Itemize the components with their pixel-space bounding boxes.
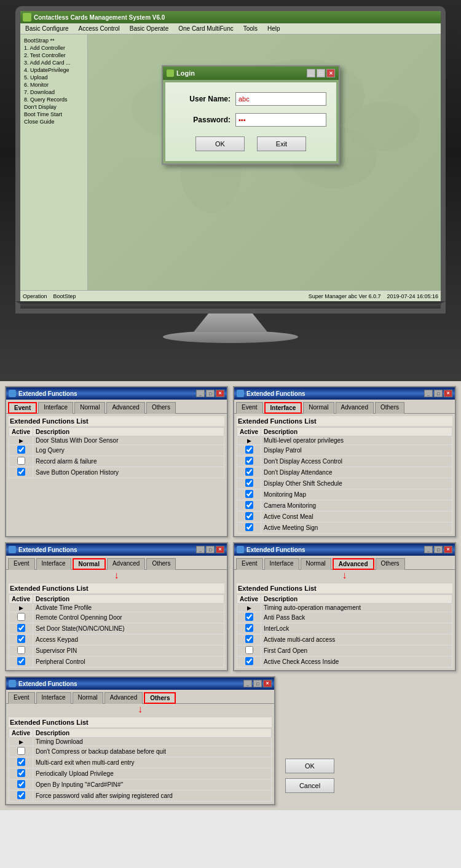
dialog-maximize-btn[interactable]: □ [317, 69, 325, 77]
tab-normal-advanced[interactable]: Advanced [107, 558, 145, 570]
event-row2-check[interactable] [9, 456, 33, 467]
iface-row1-checkbox[interactable] [245, 446, 253, 454]
sidebar-item-2[interactable]: 2. Test Controller [23, 52, 85, 59]
panel-event-close-btn[interactable]: ✕ [216, 390, 224, 397]
tab-interface-advanced[interactable]: Advanced [336, 402, 374, 414]
panel-interface-minimize-btn[interactable]: _ [424, 390, 433, 397]
tab-interface-others[interactable]: Others [375, 402, 404, 414]
sidebar-item-7[interactable]: 7. Download [23, 89, 85, 96]
panel-normal-minimize-btn[interactable]: _ [196, 546, 205, 553]
tab-normal-normal[interactable]: Normal [73, 558, 106, 570]
tab-advanced-interface[interactable]: Interface [264, 558, 299, 570]
ok-button[interactable]: OK [285, 759, 334, 773]
normal-row3-checkbox[interactable] [17, 635, 25, 643]
sidebar-item-4[interactable]: 4. UpdatePrivilege [23, 66, 85, 74]
iface-row8-checkbox[interactable] [245, 523, 253, 531]
panel-interface-maximize-btn[interactable]: □ [434, 390, 443, 397]
tab-others-event[interactable]: Event [8, 692, 35, 704]
others-row4-checkbox[interactable] [17, 780, 25, 788]
tab-interface-event[interactable]: Event [236, 402, 263, 414]
panel-interface-titlebar: Extended Functions _ □ ✕ [234, 387, 455, 400]
cancel-button[interactable]: Cancel [285, 778, 334, 793]
iface-row6-checkbox[interactable] [245, 501, 253, 509]
normal-row1-checkbox[interactable] [17, 613, 25, 621]
tab-event-advanced[interactable]: Advanced [106, 402, 144, 414]
tab-advanced-event[interactable]: Event [236, 558, 263, 570]
panel-others-minimize-btn[interactable]: _ [243, 680, 252, 687]
iface-row5-checkbox[interactable] [245, 490, 253, 498]
event-row1-checkbox[interactable] [17, 446, 25, 454]
panel-normal-close-btn[interactable]: ✕ [216, 546, 224, 553]
adv-row3-desc: Activate multi-card access [261, 634, 452, 645]
tab-event-event[interactable]: Event [8, 402, 37, 414]
login-ok-button[interactable]: OK [195, 136, 245, 151]
panel-event-minimize-btn[interactable]: _ [196, 390, 205, 397]
iface-row3-checkbox[interactable] [245, 468, 253, 476]
sidebar-item-6[interactable]: 6. Monitor [23, 81, 85, 89]
sidebar-item-10[interactable]: Boot Time Start [23, 111, 85, 118]
others-row5-checkbox[interactable] [17, 791, 25, 799]
adv-row3-checkbox[interactable] [245, 635, 253, 643]
others-row2-checkbox[interactable] [17, 758, 25, 766]
normal-row2-checkbox[interactable] [17, 624, 25, 632]
sidebar-item-0[interactable]: BootStrap ** [23, 37, 85, 44]
tab-advanced-normal[interactable]: Normal [301, 558, 331, 570]
tab-interface-normal[interactable]: Normal [303, 402, 334, 414]
tab-event-others[interactable]: Others [146, 402, 176, 414]
menu-tools[interactable]: Tools [241, 24, 260, 33]
tab-event-interface[interactable]: Interface [38, 402, 73, 414]
panel-advanced-minimize-btn[interactable]: _ [424, 546, 433, 553]
tab-others-normal[interactable]: Normal [73, 692, 103, 704]
adv-row1-checkbox[interactable] [245, 613, 253, 621]
event-row3-check[interactable] [9, 467, 33, 478]
dialog-minimize-btn[interactable]: _ [307, 69, 315, 77]
normal-row5-checkbox[interactable] [17, 657, 25, 665]
tab-advanced-others[interactable]: Others [376, 558, 405, 570]
panel-others-close-btn[interactable]: ✕ [263, 680, 272, 687]
tab-advanced-advanced[interactable]: Advanced [333, 558, 374, 570]
login-exit-button[interactable]: Exit [257, 136, 306, 151]
sidebar-item-3[interactable]: 3. Add Add Card ... [23, 59, 85, 66]
panel-interface-close-btn[interactable]: ✕ [444, 390, 452, 397]
adv-row4-checkbox[interactable] [245, 646, 253, 654]
tab-others-others[interactable]: Others [144, 692, 176, 704]
panel-normal-maximize-btn[interactable]: □ [206, 546, 215, 553]
menu-access-control[interactable]: Access Control [76, 24, 122, 33]
panel-others-maximize-btn[interactable]: □ [253, 680, 262, 687]
event-row2-checkbox[interactable] [17, 457, 25, 465]
sidebar-item-11[interactable]: Close Guide [23, 118, 85, 125]
dialog-close-btn[interactable]: ✕ [326, 69, 335, 77]
tab-event-normal[interactable]: Normal [74, 402, 105, 414]
password-input[interactable] [235, 113, 326, 127]
tab-normal-others[interactable]: Others [146, 558, 176, 570]
sidebar-item-5[interactable]: 5. Upload [23, 74, 85, 81]
tab-normal-event[interactable]: Event [8, 558, 35, 570]
sidebar-item-8[interactable]: 8. Query Records [23, 96, 85, 103]
tab-others-interface[interactable]: Interface [36, 692, 71, 704]
panel-advanced-close-btn[interactable]: ✕ [444, 546, 452, 553]
sidebar-item-9[interactable]: Don't Display [23, 103, 85, 111]
tab-interface-interface[interactable]: Interface [264, 402, 302, 414]
adv-row2-checkbox[interactable] [245, 624, 253, 632]
event-row3-checkbox[interactable] [17, 468, 25, 476]
panel-interface-icon [237, 390, 244, 397]
iface-row7-checkbox[interactable] [245, 512, 253, 520]
tab-normal-interface[interactable]: Interface [36, 558, 71, 570]
menu-basic-operate[interactable]: Basic Operate [127, 24, 171, 33]
menu-help[interactable]: Help [265, 24, 283, 33]
tab-others-advanced[interactable]: Advanced [104, 692, 143, 704]
iface-row2-checkbox[interactable] [245, 457, 253, 465]
xp-menubar[interactable]: Basic Configure Access Control Basic Ope… [20, 23, 441, 34]
panel-advanced-maximize-btn[interactable]: □ [434, 546, 443, 553]
panel-event-maximize-btn[interactable]: □ [206, 390, 215, 397]
adv-row5-checkbox[interactable] [245, 657, 253, 665]
menu-basic-configure[interactable]: Basic Configure [23, 24, 71, 33]
username-input[interactable] [235, 92, 326, 106]
menu-onecard[interactable]: One Card MultiFunc [176, 24, 235, 33]
sidebar-item-1[interactable]: 1. Add Controller [23, 44, 85, 52]
event-row1-check[interactable] [9, 445, 33, 456]
iface-row4-checkbox[interactable] [245, 479, 253, 487]
others-row1-checkbox[interactable] [17, 747, 25, 755]
normal-row4-checkbox[interactable] [17, 646, 25, 654]
others-row3-checkbox[interactable] [17, 769, 25, 777]
